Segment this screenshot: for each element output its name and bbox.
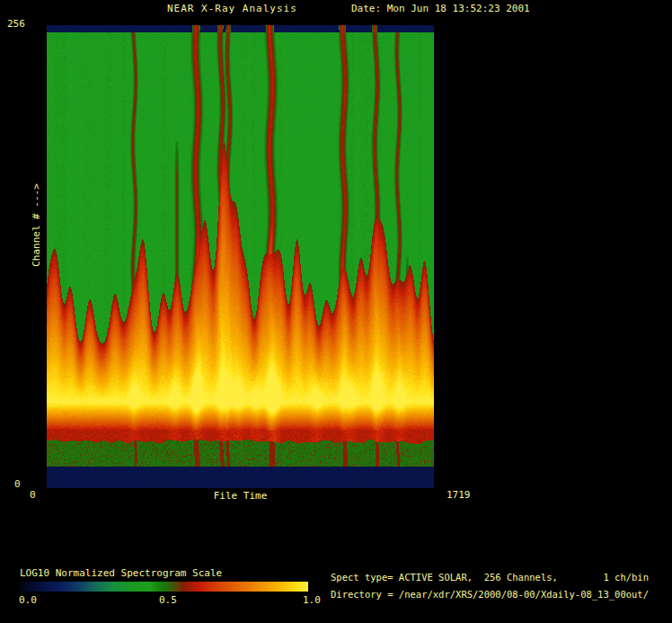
x-axis-title: File Time	[47, 490, 434, 502]
colorbar-tick-min: 0.0	[19, 594, 37, 606]
page-title: NEAR X-Ray Analysis	[167, 3, 297, 14]
y-axis-title: Channel # --->	[31, 163, 42, 289]
spect-type-info: Spect type= ACTIVE SOLAR, 256 Channels, …	[331, 572, 649, 583]
x-axis-min-label: 0	[30, 489, 36, 501]
directory-info: Directory = /near/xdr/XRS/2000/08-00/Xda…	[331, 589, 649, 601]
colorbar-tick-mid: 0.5	[159, 594, 177, 606]
spectrogram-image	[47, 25, 434, 488]
y-axis-max-label: 256	[7, 18, 25, 30]
colorbar-tick-max: 1.0	[303, 594, 321, 606]
x-axis-max-label: 1719	[447, 489, 471, 501]
date-label: Date: Mon Jun 18 13:52:23 2001	[351, 3, 530, 14]
y-axis-min-label: 0	[14, 478, 21, 490]
near-xray-analysis-window: NEAR X-Ray Analysis Date: Mon Jun 18 13:…	[0, 0, 672, 623]
colorbar-title: LOG10 Normalized Spectrogram Scale	[20, 567, 222, 579]
colorbar-gradient	[20, 582, 308, 592]
